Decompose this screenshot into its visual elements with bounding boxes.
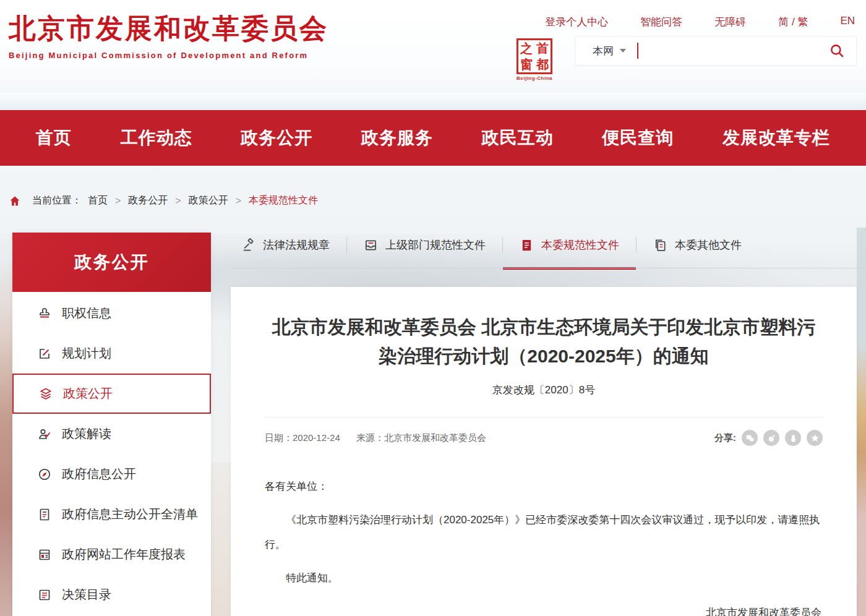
seal-icon: 之 首 窗 都: [517, 38, 552, 74]
tabs-bottom-line: [231, 268, 866, 268]
link-simplified-traditional[interactable]: 简 / 繁: [778, 15, 808, 29]
article-panel: 北京市发展和改革委员会 北京市生态环境局关于印发北京市塑料污染治理行动计划（20…: [231, 287, 857, 616]
sidebar-item-authority-info[interactable]: 职权信息: [12, 293, 211, 333]
share-label: 分享:: [714, 432, 736, 444]
nav-item-work-updates[interactable]: 工作动态: [121, 126, 192, 150]
sidebar-item-label: 职权信息: [62, 305, 111, 322]
nav-item-reform-column[interactable]: 发展改革专栏: [722, 126, 830, 150]
breadcrumb: 当前位置： 首页 > 政务公开 > 政策公开 > 本委规范性文件: [0, 166, 866, 207]
article-body: 各有关单位： 《北京市塑料污染治理行动计划（2020-2025年）》已经市委深改…: [265, 474, 823, 616]
sidebar-item-planning[interactable]: 规划计划: [12, 333, 211, 374]
wechat-share-icon[interactable]: [742, 430, 758, 446]
sidebar-item-label: 政府信息公开: [62, 466, 136, 482]
search-box: 本网: [575, 36, 857, 66]
article-meta: 日期：2020-12-24 来源：北京市发展和改革委员会 分享:: [265, 417, 823, 446]
gavel-icon: [241, 238, 255, 252]
home-icon: [9, 195, 21, 207]
sidebar-item-gov-info-disclosure[interactable]: 政府信息公开: [12, 454, 211, 494]
main-navigation: 首页 工作动态 政务公开 政务服务 政民互动 便民查询 发展改革专栏: [0, 110, 866, 166]
header-quick-links: 登录个人中心 智能问答 无障碍 简 / 繁 EN: [545, 15, 855, 29]
nav-item-government-affairs[interactable]: 政务公开: [241, 126, 312, 150]
search-button[interactable]: [829, 43, 845, 59]
site-subtitle: Beijing Municipal Commission of Developm…: [9, 51, 328, 60]
salutation: 各有关单位：: [265, 474, 823, 499]
site-title: 北京市发展和改革委员会: [9, 14, 328, 43]
sidebar-item-label: 政府网站工作年度报表: [62, 546, 186, 563]
source-label: 来源：: [356, 432, 384, 443]
sidebar: 政务公开 职权信息: [12, 233, 211, 616]
beijing-china-seal-logo[interactable]: 之 首 窗 都 Beijing-China: [515, 38, 554, 81]
chevron-down-icon: [620, 49, 626, 53]
qzone-share-icon[interactable]: [807, 430, 823, 446]
tab-label: 本委其他文件: [675, 237, 742, 252]
nav-item-home[interactable]: 首页: [36, 126, 72, 150]
search-scope-label: 本网: [593, 44, 614, 58]
stamp-icon: [37, 306, 52, 321]
search-input[interactable]: [643, 38, 829, 63]
link-login-personal-center[interactable]: 登录个人中心: [545, 15, 608, 29]
tab-label: 法律法规规章: [263, 237, 330, 252]
sidebar-item-label: 决策目录: [62, 586, 111, 603]
search-scope-selector[interactable]: 本网: [593, 44, 626, 58]
tab-laws-regulations[interactable]: 法律法规规章: [239, 233, 346, 257]
site-logo[interactable]: 北京市发展和改革委员会 Beijing Municipal Commission…: [9, 14, 328, 60]
sidebar-list: 职权信息 规划计划: [12, 292, 211, 615]
sidebar-item-label: 政策解读: [62, 426, 111, 442]
document-number: 京发改规〔2020〕8号: [265, 383, 823, 397]
tab-superior-normative-documents[interactable]: 上级部门规范性文件: [347, 233, 502, 257]
catalog-icon: [37, 588, 52, 602]
two-column-layout: 政务公开 职权信息: [0, 233, 866, 616]
sidebar-item-label: 政府信息主动公开全清单: [62, 506, 198, 523]
link-smart-qa[interactable]: 智能问答: [640, 15, 682, 29]
compass-icon: [37, 467, 52, 482]
copy-icon: [653, 238, 667, 252]
sidebar-item-policy-disclosure[interactable]: 政策公开: [12, 374, 211, 414]
document-icon: [520, 238, 534, 252]
report-grid-icon: [37, 547, 52, 562]
tab-label: 上级部门规范性文件: [385, 237, 486, 252]
sidebar-item-decision-catalog[interactable]: 决策目录: [12, 575, 211, 615]
link-english[interactable]: EN: [840, 15, 855, 29]
sidebar-item-annual-website-report[interactable]: 政府网站工作年度报表: [12, 534, 211, 575]
paragraph: 《北京市塑料污染治理行动计划（2020-2025年）》已经市委深改委第十四次会议…: [265, 508, 823, 557]
nav-item-public-interaction[interactable]: 政民互动: [482, 126, 554, 150]
link-accessibility[interactable]: 无障碍: [714, 15, 746, 29]
sidebar-item-label: 规划计划: [62, 345, 111, 362]
breadcrumb-separator: >: [115, 195, 121, 207]
paragraph: 特此通知。: [265, 566, 823, 591]
breadcrumb-gov-affairs[interactable]: 政务公开: [128, 194, 168, 207]
site-header: 北京市发展和改革委员会 Beijing Municipal Commission…: [0, 0, 866, 93]
main-content: 法律法规规章 上级部门规范性文件: [231, 233, 857, 616]
nav-item-convenience-query[interactable]: 便民查询: [602, 126, 674, 150]
seal-char: 之: [518, 40, 534, 56]
article-title: 北京市发展和改革委员会 北京市生态环境局关于印发北京市塑料污染治理行动计划（20…: [265, 313, 823, 370]
weibo-share-icon[interactable]: [763, 430, 779, 446]
breadcrumb-label: 当前位置：: [32, 194, 82, 207]
date-label: 日期：: [265, 432, 293, 443]
layers-icon: [38, 387, 53, 401]
tab-commission-other-documents[interactable]: 本委其他文件: [637, 233, 758, 257]
breadcrumb-home[interactable]: 首页: [88, 194, 108, 207]
breadcrumb-policy-disclosure[interactable]: 政策公开: [189, 194, 228, 207]
breadcrumb-separator: >: [236, 195, 241, 207]
page: 北京市发展和改革委员会 Beijing Municipal Commission…: [0, 0, 866, 616]
tab-label: 本委规范性文件: [541, 237, 619, 252]
breadcrumb-separator: >: [175, 195, 181, 207]
seal-char: 窗: [518, 56, 534, 72]
sidebar-item-policy-interpretation[interactable]: 政策解读: [12, 414, 211, 454]
text-cursor: [637, 43, 638, 59]
search-row: 之 首 窗 都 Beijing-China 本网: [515, 36, 857, 81]
search-icon: [829, 43, 845, 59]
content-area: 当前位置： 首页 > 政务公开 > 政策公开 > 本委规范性文件 政务公开: [0, 166, 866, 616]
sidebar-item-proactive-disclosure-list[interactable]: 政府信息主动公开全清单: [12, 494, 211, 534]
document-category-tabs: 法律法规规章 上级部门规范性文件: [231, 233, 857, 268]
tab-commission-normative-documents[interactable]: 本委规范性文件: [503, 233, 636, 257]
article-source: 北京市发展和改革委员会: [384, 432, 486, 443]
share-bar: 分享:: [714, 430, 823, 446]
sidebar-title: 政务公开: [12, 233, 211, 292]
qq-share-icon[interactable]: [785, 430, 801, 446]
plan-edit-icon: [37, 346, 52, 361]
document-list-icon: [37, 507, 52, 522]
article-date: 2020-12-24: [293, 432, 340, 443]
nav-item-government-services[interactable]: 政务服务: [361, 126, 433, 150]
